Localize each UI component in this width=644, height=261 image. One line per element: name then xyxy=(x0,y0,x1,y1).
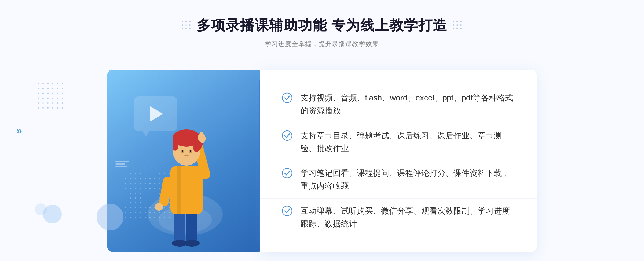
svg-rect-3 xyxy=(186,212,197,244)
svg-point-5 xyxy=(184,240,200,247)
feature-item-4: 互动弹幕、试听购买、微信分享、观看次数限制、学习进度跟踪、数据统计 xyxy=(282,199,515,236)
svg-point-23 xyxy=(282,168,292,178)
deco-circle xyxy=(97,204,123,230)
grid-dots-left xyxy=(182,21,191,30)
svg-point-17 xyxy=(190,150,191,152)
check-icon-4 xyxy=(282,206,292,216)
check-icon-2 xyxy=(282,130,292,141)
svg-rect-2 xyxy=(174,212,185,244)
page-container: » 多项录播课辅助功能 专为线上教学打造 学习进度全掌握，提升录播课教学效果 xyxy=(0,0,644,261)
title-row: 多项录播课辅助功能 专为线上教学打造 xyxy=(182,16,462,35)
feature-text-1: 支持视频、音频、flash、word、excel、ppt、pdf等各种格式的资源… xyxy=(301,91,515,117)
main-title: 多项录播课辅助功能 专为线上教学打造 xyxy=(197,16,447,35)
svg-rect-12 xyxy=(173,137,178,151)
feature-item-2: 支持章节目录、弹题考试、课后练习、课后作业、章节测验、批改作业 xyxy=(282,124,515,160)
arrow-decoration-left: » xyxy=(16,125,22,137)
svg-rect-6 xyxy=(170,166,203,214)
main-content: 支持视频、音频、flash、word、excel、ppt、pdf等各种格式的资源… xyxy=(107,64,537,257)
svg-point-24 xyxy=(282,206,292,216)
circle-decoration-2 xyxy=(35,203,47,215)
check-icon-1 xyxy=(282,92,292,103)
check-icon-3 xyxy=(282,168,292,178)
svg-point-20 xyxy=(155,203,163,211)
svg-point-16 xyxy=(182,150,183,152)
person-illustration xyxy=(140,107,231,252)
feature-item-3: 学习笔记回看、课程提问、课程评论打分、课件资料下载，重点内容收藏 xyxy=(282,161,515,198)
divider-3 xyxy=(260,198,537,199)
feature-item-1: 支持视频、音频、flash、word、excel、ppt、pdf等各种格式的资源… xyxy=(282,86,515,122)
grid-dots-right xyxy=(453,21,462,30)
content-panel: 支持视频、音频、flash、word、excel、ppt、pdf等各种格式的资源… xyxy=(260,70,537,252)
svg-rect-7 xyxy=(177,166,181,214)
illustration-card xyxy=(107,70,263,252)
header-section: 多项录播课辅助功能 专为线上教学打造 学习进度全掌握，提升录播课教学效果 xyxy=(182,16,462,48)
arrow-icon: » xyxy=(16,125,22,137)
feature-text-4: 互动弹幕、试听购买、微信分享、观看次数限制、学习进度跟踪、数据统计 xyxy=(301,204,515,230)
feature-text-3: 学习笔记回看、课程提问、课程评论打分、课件资料下载，重点内容收藏 xyxy=(301,167,515,192)
subtitle: 学习进度全掌握，提升录播课教学效果 xyxy=(182,40,462,48)
svg-point-22 xyxy=(282,131,292,140)
svg-point-21 xyxy=(282,93,292,103)
deco-lines xyxy=(115,161,129,169)
feature-text-2: 支持章节目录、弹题考试、课后练习、课后作业、章节测验、批改作业 xyxy=(301,129,515,155)
divider-2 xyxy=(260,161,537,161)
divider-1 xyxy=(260,123,537,123)
dots-decoration-left xyxy=(38,83,64,110)
